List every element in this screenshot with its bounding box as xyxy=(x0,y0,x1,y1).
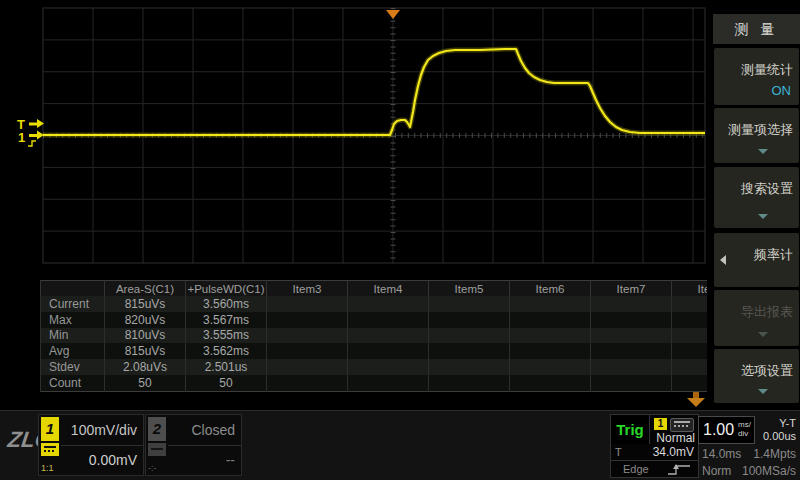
table-cell xyxy=(591,343,672,359)
table-cell xyxy=(267,328,348,344)
waveform-plot: T1 xyxy=(0,0,713,280)
measure-menu-sidebar: 测 量 测量统计ON测量项选择搜索设置频率计导出报表选项设置 xyxy=(713,0,800,404)
table-cell xyxy=(672,328,708,344)
trigger-type: Edge xyxy=(623,463,649,475)
table-row: Stdev2.08uVs2.501us xyxy=(41,359,708,375)
display-mode: Y-T xyxy=(779,417,796,429)
column-header: Item5 xyxy=(429,281,510,297)
menu-item-option-settings[interactable]: 选项设置 xyxy=(714,349,799,403)
channel2-coupling-icon xyxy=(148,443,166,456)
chevron-left-icon xyxy=(720,255,726,265)
table-cell xyxy=(267,312,348,328)
trace-glow xyxy=(43,49,705,135)
sample-rate: 100MSa/s xyxy=(742,464,796,478)
trigger-level-value: 34.0mV xyxy=(653,445,694,459)
table-cell xyxy=(429,328,510,344)
channel2-badge: 2 xyxy=(148,417,166,441)
horizontal-delay: 0.00us xyxy=(763,430,796,442)
column-header: Item3 xyxy=(267,281,348,297)
divider xyxy=(168,445,241,446)
table-cell xyxy=(672,312,708,328)
timebase-row3: Norm 100MSa/s xyxy=(698,464,800,480)
channel1-box[interactable]: 1 1:1 100mV/div 0.00mV xyxy=(38,414,144,476)
channel2-box[interactable]: 2 -:- Closed -- xyxy=(145,414,242,476)
table-row: Min810uVs3.555ms xyxy=(41,328,708,344)
table-row: Count5050 xyxy=(41,375,708,391)
table-cell xyxy=(348,328,429,344)
menu-item-label: 测量统计 xyxy=(741,61,793,79)
channel1-probe-ratio: 1:1 xyxy=(41,463,54,473)
column-header: Item4 xyxy=(348,281,429,297)
waveform-display: T1 xyxy=(0,0,713,280)
table-cell xyxy=(348,375,429,391)
table-cell: 50 xyxy=(186,375,267,391)
table-cell xyxy=(672,375,708,391)
channel2-status: Closed xyxy=(191,422,235,438)
table-cell: 2.08uVs xyxy=(105,359,186,375)
trigger-box[interactable]: Trig 1 Normal T 34.0mV Edge xyxy=(610,414,699,478)
trigger-coupling-icon xyxy=(670,418,694,432)
timebase-unit: ms/div xyxy=(738,420,751,438)
channel2-probe-ratio: -:- xyxy=(148,463,157,473)
table-cell xyxy=(510,312,591,328)
timebase-box[interactable]: 1.00 ms/div Y-T 0.00us 14.0ms 1.4Mpts No… xyxy=(698,411,800,480)
chevron-down-icon xyxy=(758,214,768,219)
table-cell xyxy=(510,328,591,344)
table-cell xyxy=(429,343,510,359)
table-cell xyxy=(510,359,591,375)
trigger-source-badge: 1 xyxy=(654,418,667,430)
table-cell xyxy=(510,296,591,312)
acquisition-mode: Norm xyxy=(702,464,731,478)
table-cell xyxy=(510,343,591,359)
table-cell xyxy=(267,375,348,391)
menu-item-measure-item-select[interactable]: 测量项选择 xyxy=(714,108,799,163)
row-label: Min xyxy=(41,328,105,344)
table-cell xyxy=(510,375,591,391)
table-cell: 3.555ms xyxy=(186,328,267,344)
menu-item-search-settings[interactable]: 搜索设置 xyxy=(714,167,799,228)
table-row: Avg815uVs3.562ms xyxy=(41,343,708,359)
channel1-dc-coupling-icon xyxy=(41,443,59,456)
chevron-down-icon xyxy=(758,149,768,154)
row-label: Current xyxy=(41,296,105,312)
table-cell: 3.560ms xyxy=(186,296,267,312)
table-cell xyxy=(672,359,708,375)
capture-window: 14.0ms xyxy=(702,447,741,461)
table-cell xyxy=(348,296,429,312)
table-cell xyxy=(591,296,672,312)
channel1-trace xyxy=(43,49,705,135)
menu-item-value: ON xyxy=(772,83,792,98)
table-cell xyxy=(348,359,429,375)
channel1-zero-marker[interactable]: 1 xyxy=(18,130,25,145)
menu-item-measure-stats[interactable]: 测量统计ON xyxy=(714,48,799,105)
menu-item-label: 测量项选择 xyxy=(728,121,793,139)
menu-item-freq-counter[interactable]: 频率计 xyxy=(714,233,799,287)
row-label: Max xyxy=(41,312,105,328)
timebase-scale-box: 1.00 ms/div xyxy=(698,416,755,444)
table-cell xyxy=(267,359,348,375)
table-cell xyxy=(267,296,348,312)
table-cell xyxy=(429,359,510,375)
trigger-level-row: T 34.0mV xyxy=(611,444,698,461)
table-row: Max820uVs3.567ms xyxy=(41,312,708,328)
menu-title: 测 量 xyxy=(713,14,800,44)
table-cell xyxy=(348,312,429,328)
menu-more-down-icon[interactable] xyxy=(687,392,705,407)
column-header: Item7 xyxy=(591,281,672,297)
status-bar: ZLG® 1 1:1 100mV/div 0.00mV 2 -:- Closed… xyxy=(0,410,800,480)
table-cell xyxy=(429,375,510,391)
table-cell xyxy=(429,312,510,328)
table-cell: 3.567ms xyxy=(186,312,267,328)
table-cell xyxy=(591,375,672,391)
channel1-badge: 1 xyxy=(41,417,59,441)
column-header: Item8 xyxy=(672,281,708,297)
menu-item-label: 频率计 xyxy=(754,246,793,264)
menu-item-export-report: 导出报表 xyxy=(714,290,799,346)
divider xyxy=(61,445,143,446)
column-header: Item6 xyxy=(510,281,591,297)
trigger-position-icon[interactable] xyxy=(386,10,400,19)
timebase-scale: 1.00 xyxy=(703,421,734,439)
arrow-head xyxy=(687,398,705,407)
table-cell: 810uVs xyxy=(105,328,186,344)
measurement-table: Area-S(C1)+PulseWD(C1)Item3Item4Item5Ite… xyxy=(40,280,707,392)
